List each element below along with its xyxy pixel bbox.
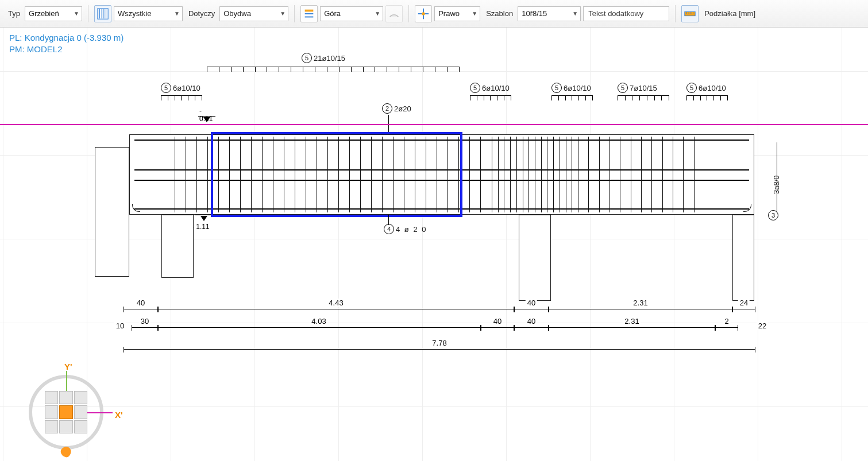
view-cube-face-front[interactable] [59,405,72,419]
axis-y-label: Y' [64,362,72,371]
ruler-icon [684,7,696,20]
rebar-label-top: 5 21ø10/15 [302,53,345,63]
ruler-g4 [618,95,669,101]
chevron-down-icon: ▼ [280,10,286,17]
drawing-overlay: PL: Kondygnacja 0 (-3.930 m) PM: MODEL2 … [0,28,868,461]
separator [408,5,409,22]
view-info: PL: Kondygnacja 0 (-3.930 m) PM: MODEL2 [9,32,124,56]
label-dotyczy: Dotyczy [188,9,215,18]
chevron-down-icon: ▼ [572,10,578,17]
dropdown-dotyczy[interactable]: Obydwa ▼ [219,6,288,21]
ruler-g1 [161,95,202,101]
bars-vertical-icon [97,7,109,20]
support-left [95,147,129,277]
stirrups-zone-1 [134,137,175,212]
chevron-down-icon: ▼ [375,10,380,17]
ruler-top [207,67,460,72]
label-szablon: Szablon [486,9,513,18]
side-icon-button[interactable] [415,5,432,22]
chevron-down-icon: ▼ [174,10,180,17]
separator [88,5,88,22]
view-cube-grid[interactable] [45,391,87,433]
svg-rect-0 [98,8,108,18]
section-line [0,124,868,125]
svg-point-11 [422,12,425,16]
svg-rect-12 [685,11,695,16]
scale-icon-button[interactable] [681,5,699,22]
label-typ: Typ [8,9,20,18]
chevron-down-icon: ▼ [74,10,79,17]
display-mode-icon-button[interactable] [94,5,111,22]
align-center-cross-icon [417,7,430,20]
position-icon-button[interactable] [300,5,318,22]
stirrups-zone-3 [492,137,578,212]
dropdown-szablon[interactable]: 10ř8/15 ▼ [518,6,581,21]
separator [294,5,295,22]
axis-y-line [66,371,67,392]
chevron-down-icon: ▼ [472,10,477,17]
dropdown-typ[interactable]: Grzebień ▼ [25,6,82,21]
dropdown-side[interactable]: Prawo ▼ [434,6,480,21]
drawing-canvas[interactable]: PL: Kondygnacja 0 (-3.930 m) PM: MODEL2 … [0,28,868,461]
view-info-plane: PL: Kondygnacja 0 (-3.930 m) [9,32,124,44]
toolbar: Typ Grzebień ▼ Wszystkie ▼ Dotyczy Obydw… [0,0,868,28]
ruler-ticks [207,67,460,72]
stirrups-zone-4 [578,137,704,212]
rebar-label-g4: 57ø10/15 [618,83,657,93]
axis-x-line [85,412,113,413]
ruler-g5 [686,95,728,101]
ruler-g3 [551,95,593,101]
beam-section [95,134,761,307]
column-2 [519,215,551,301]
svg-rect-5 [305,9,314,11]
view-cube[interactable]: Y' X' [23,366,126,452]
rebar-label-bottom: 4 4 ø 2 0 [384,224,427,234]
selection-rectangle[interactable] [211,132,462,217]
dropdown-display[interactable]: Wszystkie ▼ [114,6,183,21]
separator [675,5,676,22]
arc-icon-button[interactable] [385,5,403,22]
level-top: - 0.11 [198,116,215,123]
axis-x-label: X' [115,410,123,420]
rebar-label-g1: 56ø10/10 [161,83,200,93]
arc-icon [388,7,400,20]
rebar-side-circle: 3 [768,210,778,220]
extra-text-input[interactable]: Tekst dodatkowy [583,6,669,21]
rebar-label-g5: 56ø10/10 [686,83,726,93]
rebar-label-mid: 22ø20 [382,103,411,114]
column-1 [161,215,194,278]
align-top-icon [303,7,315,20]
label-scale: Podziałka [mm] [704,9,755,18]
dropdown-position[interactable]: Góra ▼ [320,6,383,21]
stirrups-zone-5 [704,137,750,212]
rebar-mark-circle: 5 [302,53,312,63]
ruler-g2 [470,95,511,101]
rebar-label-g2: 56ø10/10 [470,83,510,93]
rebar-label-g3: 56ø10/10 [551,83,591,93]
side-dim: 3a8/0 3 [770,142,784,211]
column-3 [732,215,754,301]
view-info-model: PM: MODEL2 [9,44,124,55]
